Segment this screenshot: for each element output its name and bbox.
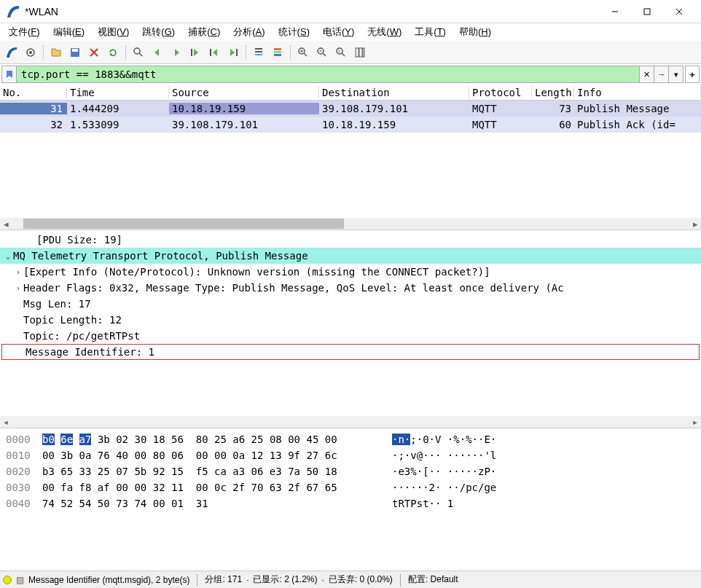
status-sep: · bbox=[246, 575, 248, 585]
hex-offset: 0000 bbox=[6, 431, 42, 447]
tree-node[interactable]: ⌄MQ Telemetry Transport Protocol, Publis… bbox=[0, 248, 701, 264]
scroll-left-icon[interactable]: ◂ bbox=[0, 219, 12, 230]
status-field: Message Identifier (mqtt.msgid), 2 byte(… bbox=[28, 575, 189, 585]
maximize-button[interactable] bbox=[631, 1, 663, 22]
tree-node[interactable]: Message Identifier: 1 bbox=[1, 344, 700, 360]
hex-offset: 0040 bbox=[6, 495, 42, 511]
packet-bytes-pane[interactable]: 0000b0 6e a7 3b 02 30 18 56 80 25 a6 25 … bbox=[0, 428, 701, 571]
expander-icon[interactable]: › bbox=[13, 268, 23, 276]
expander-icon[interactable]: ⌄ bbox=[3, 252, 13, 260]
menu-item[interactable]: 编辑(E) bbox=[47, 24, 90, 40]
column-header-no[interactable]: No. bbox=[0, 87, 67, 98]
scroll-thumb[interactable] bbox=[23, 219, 344, 229]
hex-ascii: ·;·v@··· ······'l bbox=[392, 450, 496, 461]
hex-row[interactable]: 0020b3 65 33 25 07 5b 92 15 f5 ca a3 06 … bbox=[6, 463, 695, 479]
hex-row[interactable]: 003000 fa f8 af 00 00 32 11 00 0c 2f 70 … bbox=[6, 479, 695, 495]
menu-item[interactable]: 无线(W) bbox=[361, 24, 407, 40]
packet-details-scrollbar-x[interactable]: ◂ ▸ bbox=[0, 416, 701, 428]
packet-details-tree[interactable]: [PDU Size: 19]⌄MQ Telemetry Transport Pr… bbox=[0, 230, 701, 416]
hex-row[interactable]: 0000b0 6e a7 3b 02 30 18 56 80 25 a6 25 … bbox=[6, 431, 695, 447]
colorize-button[interactable] bbox=[269, 44, 286, 61]
packet-row[interactable]: 311.44420910.18.19.15939.108.179.101MQTT… bbox=[0, 101, 701, 117]
minimize-button[interactable] bbox=[599, 1, 631, 22]
capture-options-button[interactable] bbox=[22, 44, 39, 61]
tree-node[interactable]: Topic Length: 12 bbox=[0, 312, 701, 328]
menu-item[interactable]: 工具(T) bbox=[409, 24, 452, 40]
menu-item[interactable]: 电话(Y) bbox=[317, 24, 360, 40]
column-header-time[interactable]: Time bbox=[67, 87, 169, 98]
menu-item[interactable]: 文件(F) bbox=[3, 24, 46, 40]
cell-length: 73 bbox=[532, 103, 574, 114]
menu-item[interactable]: 跳转(G) bbox=[136, 24, 181, 40]
go-to-first-button[interactable] bbox=[205, 44, 223, 61]
tree-node[interactable]: ›Header Flags: 0x32, Message Type: Publi… bbox=[0, 280, 701, 296]
capture-file-icon[interactable]: ▧ bbox=[16, 575, 24, 585]
menu-item[interactable]: 捕获(C) bbox=[182, 24, 226, 40]
column-header-info[interactable]: Info bbox=[574, 87, 701, 98]
close-file-button[interactable] bbox=[85, 44, 103, 61]
tree-node-text: MQ Telemetry Transport Protocol, Publish… bbox=[13, 250, 308, 262]
status-displayed: 已显示: 2 (1.2%) bbox=[253, 573, 317, 586]
expert-info-icon[interactable] bbox=[3, 576, 12, 584]
filter-recent-button[interactable]: ▾ bbox=[669, 66, 684, 83]
open-file-button[interactable] bbox=[47, 44, 65, 61]
hex-ascii: tRTPst·· 1 bbox=[392, 498, 453, 509]
hex-ascii: ·n·;·0·V ·%·%··E· bbox=[392, 434, 496, 445]
menu-item[interactable]: 统计(S) bbox=[273, 24, 316, 40]
packet-list-scrollbar-x[interactable]: ◂ ▸ bbox=[0, 218, 701, 230]
svg-rect-19 bbox=[274, 51, 281, 53]
svg-line-29 bbox=[342, 53, 345, 56]
zoom-out-button[interactable] bbox=[313, 44, 331, 61]
auto-scroll-button[interactable] bbox=[250, 44, 267, 61]
svg-line-11 bbox=[139, 53, 142, 56]
display-filter-bar: ✕ → ▾ + bbox=[0, 64, 701, 85]
column-header-destination[interactable]: Destination bbox=[319, 87, 469, 98]
tree-node[interactable]: ›[Expert Info (Note/Protocol): Unknown v… bbox=[0, 264, 701, 280]
hex-row[interactable]: 001000 3b 0a 76 40 00 80 06 00 00 0a 12 … bbox=[6, 447, 695, 463]
column-header-source[interactable]: Source bbox=[169, 87, 319, 98]
wireshark-icon[interactable] bbox=[3, 44, 20, 61]
save-button[interactable] bbox=[66, 44, 84, 61]
close-button[interactable] bbox=[663, 1, 695, 22]
expander-icon[interactable]: › bbox=[13, 284, 23, 292]
go-to-packet-button[interactable] bbox=[187, 44, 204, 61]
go-forward-button[interactable] bbox=[168, 44, 185, 61]
column-header-protocol[interactable]: Protocol bbox=[469, 87, 532, 98]
go-to-last-button[interactable] bbox=[224, 44, 242, 61]
scroll-left-icon[interactable]: ◂ bbox=[0, 416, 12, 428]
tree-node[interactable]: Topic: /pc/getRTPst bbox=[0, 328, 701, 344]
go-back-button[interactable] bbox=[149, 44, 166, 61]
filter-apply-button[interactable]: → bbox=[654, 66, 669, 83]
resize-columns-button[interactable] bbox=[351, 44, 369, 61]
tree-node-text: Header Flags: 0x32, Message Type: Publis… bbox=[23, 282, 564, 294]
reload-button[interactable] bbox=[104, 44, 122, 61]
packet-list-header: No. Time Source Destination Protocol Len… bbox=[0, 85, 701, 101]
cell-destination: 10.18.19.159 bbox=[319, 119, 469, 130]
tree-node[interactable]: Msg Len: 17 bbox=[0, 296, 701, 312]
cell-protocol: MQTT bbox=[469, 103, 532, 114]
window-controls bbox=[599, 1, 695, 22]
filter-clear-button[interactable]: ✕ bbox=[640, 66, 654, 83]
packet-row[interactable]: 321.53309939.108.179.10110.18.19.159MQTT… bbox=[0, 117, 701, 133]
cell-protocol: MQTT bbox=[469, 119, 532, 130]
display-filter-input[interactable] bbox=[16, 66, 640, 83]
filter-bookmark-icon[interactable] bbox=[1, 66, 16, 83]
zoom-in-button[interactable] bbox=[294, 44, 312, 61]
scroll-right-icon[interactable]: ▸ bbox=[689, 416, 701, 428]
menu-item[interactable]: 帮助(H) bbox=[453, 24, 497, 40]
packet-list-pane: No. Time Source Destination Protocol Len… bbox=[0, 85, 701, 230]
filter-add-button[interactable]: + bbox=[685, 66, 700, 83]
hex-row[interactable]: 004074 52 54 50 73 74 00 01 31tRTPst·· 1 bbox=[6, 495, 695, 511]
column-header-length[interactable]: Length bbox=[532, 87, 574, 98]
packet-list-body[interactable]: 311.44420910.18.19.15939.108.179.101MQTT… bbox=[0, 101, 701, 218]
find-packet-button[interactable] bbox=[130, 44, 147, 61]
menu-item[interactable]: 分析(A) bbox=[227, 24, 270, 40]
menu-item[interactable]: 视图(V) bbox=[92, 24, 135, 40]
tree-node-text: Message Identifier: 1 bbox=[26, 346, 154, 358]
tree-node[interactable]: [PDU Size: 19] bbox=[0, 232, 701, 248]
scroll-right-icon[interactable]: ▸ bbox=[689, 219, 701, 230]
hex-ascii: ·e3%·[·· ·····zP· bbox=[392, 466, 496, 477]
zoom-reset-button[interactable]: 1 bbox=[332, 44, 350, 61]
tree-node-text: Msg Len: 17 bbox=[23, 298, 91, 310]
svg-rect-32 bbox=[359, 48, 362, 57]
